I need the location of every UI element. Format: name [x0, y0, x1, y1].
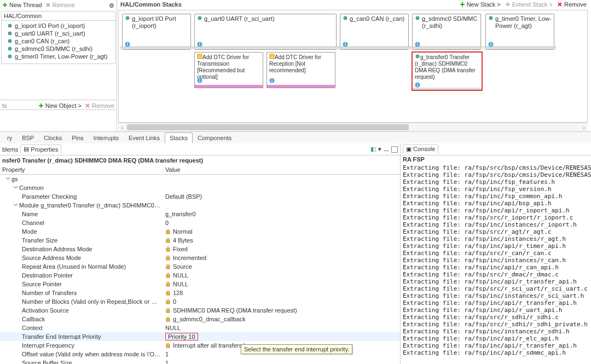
stack-block-ioport[interactable]: g_ioport I/O Port (r_ioport) i: [122, 14, 191, 50]
prop-group-common[interactable]: Common: [0, 183, 400, 192]
module-icon: [7, 31, 13, 36]
prop-row[interactable]: Source Address ModeIncremented: [0, 253, 400, 262]
stacks-title: HAL/Common Stacks: [117, 0, 185, 9]
thread-toolbar: New Thread Remove ⚙: [0, 0, 117, 10]
prop-row[interactable]: Parameter CheckingDefault (BSP): [0, 192, 400, 201]
col-value[interactable]: Value: [163, 165, 400, 174]
prop-row[interactable]: Channel0: [0, 218, 400, 227]
tab-bsp[interactable]: BSP: [17, 132, 39, 143]
scroll-left-icon[interactable]: ‹: [118, 123, 126, 132]
prop-row[interactable]: Number of Blocks (Valid only in Repeat,B…: [0, 297, 400, 306]
svg-rect-35: [166, 284, 170, 286]
properties-header: Property Value: [0, 165, 400, 175]
stack-block-timer[interactable]: g_timer0 Timer, Low-Power (r_agt) i: [485, 14, 554, 50]
prop-row[interactable]: ContextNULL: [0, 323, 400, 332]
console-view-tab[interactable]: ▣ Console: [403, 145, 438, 154]
module-icon: [343, 15, 348, 21]
info-icon[interactable]: i: [415, 82, 420, 88]
svg-point-0: [8, 24, 11, 27]
lock-icon: [165, 238, 171, 243]
tab-event-links[interactable]: Event Links: [124, 132, 165, 143]
tree-item[interactable]: g_sdmmc0 SD/MMC (r_sdhi): [2, 45, 115, 53]
tab-pins[interactable]: Pins: [67, 132, 88, 143]
remove-object-button[interactable]: Remove: [85, 102, 114, 109]
extend-stack-button[interactable]: Extend Stack >: [505, 1, 553, 8]
prop-row[interactable]: Source Buffer Size1: [0, 359, 400, 364]
stack-block-can[interactable]: g_can0 CAN (r_can) i: [340, 14, 409, 50]
tab-interrupts[interactable]: Interrupts: [89, 132, 124, 143]
remove-icon: [45, 2, 51, 8]
module-icon: [7, 38, 13, 44]
stack-sub-transfer0[interactable]: g_transfer0 Transfer (r_dmac) SDHIMMC0 D…: [412, 52, 482, 90]
lock-icon: [165, 290, 171, 296]
svg-rect-11: [198, 54, 202, 59]
info-icon[interactable]: i: [269, 78, 275, 83]
module-icon: [7, 54, 13, 59]
prop-row[interactable]: Repeat Area (Unused in Normal Mode)Sourc…: [0, 262, 400, 271]
chevron-down-icon: [13, 202, 18, 207]
prop-row[interactable]: ModeNormal: [0, 227, 400, 236]
info-icon[interactable]: i: [197, 78, 202, 83]
properties-view-tab[interactable]: ▤ Properties: [20, 145, 61, 154]
svg-point-3: [8, 47, 11, 50]
svg-text:i: i: [271, 78, 273, 83]
svg-point-1: [8, 32, 11, 35]
minimize-icon[interactable]: [384, 151, 389, 151]
module-icon: [7, 46, 13, 51]
tab-clocks[interactable]: Clocks: [39, 132, 67, 143]
prop-settings-root[interactable]: gs: [0, 175, 400, 183]
config-tabs: ry BSP Clocks Pins Interrupts Event Link…: [0, 131, 591, 143]
stack-sub-dtc-tx[interactable]: Add DTC Driver for Transmission [Recomme…: [194, 52, 263, 88]
stack-sub-dtc-rx[interactable]: Add DTC Driver for Reception [Not recomm…: [266, 52, 335, 88]
view-menu-icon[interactable]: ▾: [378, 146, 381, 153]
lock-icon: [165, 308, 171, 313]
tab-stacks[interactable]: Stacks: [165, 132, 193, 143]
remove-stack-button[interactable]: Remove: [557, 1, 587, 8]
new-object-button[interactable]: New Object >: [38, 102, 82, 109]
prop-row[interactable]: Callbackg_sdmmc0_dmac_callback: [0, 315, 400, 323]
tab-components[interactable]: Components: [193, 132, 236, 143]
prop-row[interactable]: Number of Transfers128: [0, 288, 400, 297]
plus-icon: [38, 103, 44, 108]
svg-point-5: [126, 16, 129, 20]
tree-item[interactable]: g_ioport I/O Port (r_ioport): [2, 22, 115, 30]
svg-rect-33: [166, 266, 170, 269]
problems-view-tab[interactable]: blems: [2, 146, 18, 153]
lock-icon: [165, 229, 171, 234]
svg-rect-37: [166, 301, 170, 304]
prop-row[interactable]: Transfer End Interrupt PriorityPriority …: [0, 332, 400, 341]
prop-row[interactable]: Destination Address ModeFixed: [0, 245, 400, 253]
tree-item[interactable]: g_timer0 Timer, Low-Power (r_agt): [2, 53, 115, 60]
tree-item[interactable]: g_uart0 UART (r_sci_uart): [2, 30, 115, 37]
properties-icon: ▤: [24, 146, 29, 153]
prop-group-module[interactable]: Module g_transfer0 Transfer (r_dmac) SDH…: [0, 201, 400, 210]
new-thread-button[interactable]: New Thread: [2, 2, 42, 8]
view-pin-icon[interactable]: ◧: [370, 146, 376, 153]
console-output[interactable]: Extracting file: ra/fsp/src/bsp/cmsis/De…: [401, 163, 591, 364]
maximize-icon[interactable]: [391, 146, 398, 153]
prop-row[interactable]: Nameg_transfer0: [0, 210, 400, 218]
scroll-right-icon[interactable]: ›: [580, 123, 588, 132]
remove-icon: [85, 103, 90, 108]
svg-point-8: [198, 16, 201, 20]
prop-row[interactable]: Activation SourceSDHIMMC0 DMA REQ (DMA t…: [0, 306, 400, 315]
prop-row[interactable]: Transfer Size4 Bytes: [0, 236, 400, 245]
gear-icon[interactable]: ⚙: [109, 2, 114, 8]
col-property[interactable]: Property: [0, 165, 163, 174]
svg-rect-40: [166, 345, 170, 348]
prop-row[interactable]: Destination PointerNULL: [0, 271, 400, 280]
new-stack-button[interactable]: New Stack >: [460, 1, 501, 8]
tree-item[interactable]: g_can0 CAN (r_can): [2, 37, 115, 45]
tab-summary[interactable]: ry: [2, 132, 17, 143]
stacks-scrollbar[interactable]: ‹ ›: [118, 123, 588, 131]
stack-block-sdmmc[interactable]: g_sdmmc0 SD/MMC (r_sdhi) i: [412, 14, 481, 50]
scroll-thumb[interactable]: [127, 124, 409, 130]
prop-row[interactable]: Source PointerNULL: [0, 280, 400, 288]
module-icon: [415, 15, 420, 21]
stack-block-uart[interactable]: g_uart0 UART (r_sci_uart) i: [194, 14, 337, 50]
lock-icon: [165, 264, 171, 269]
chevron-down-icon: [5, 176, 10, 181]
stack-column: g_sdmmc0 SD/MMC (r_sdhi) i g_transfer0 T…: [412, 14, 482, 90]
remove-thread-button[interactable]: Remove: [45, 2, 75, 8]
svg-rect-32: [166, 257, 170, 260]
